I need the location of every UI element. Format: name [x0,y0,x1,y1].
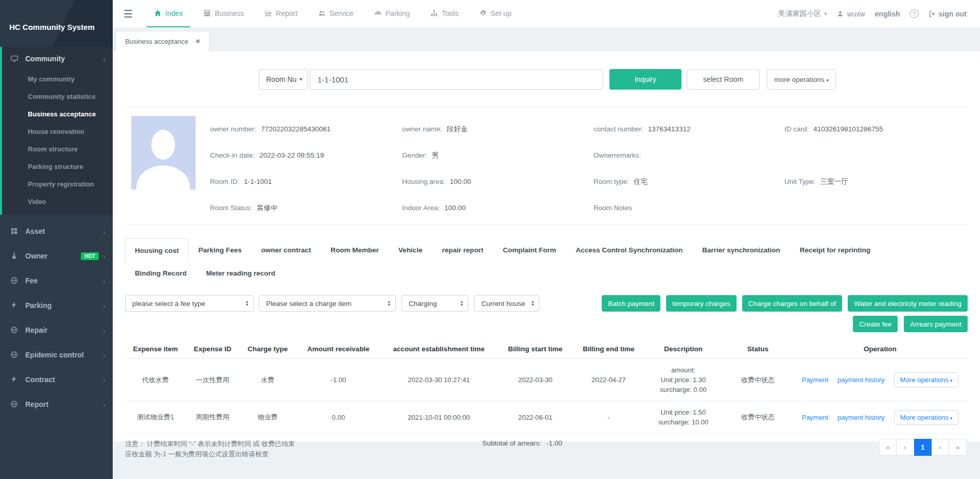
tab-access-control-sync[interactable]: Access Control Synchronization [566,238,692,262]
help-icon[interactable]: ? [910,9,919,18]
sign-out-button[interactable]: sign out [929,10,967,18]
col-status: Status [723,340,793,359]
chevron-right-icon: › [103,326,106,335]
sidebar-item-contract[interactable]: Contract › [0,367,113,392]
tab-binding-record[interactable]: Binding Record [125,263,197,284]
cell-description: Unit price: 1.50 surcharge: 10.00 [643,401,723,434]
sidebar-item-parking[interactable]: Parking › [0,293,113,318]
room-number-input[interactable] [310,69,603,90]
sidebar-item-my-community[interactable]: My community [2,71,113,88]
menu-toggle-icon[interactable]: ☰ [113,0,144,27]
tab-receipt-reprinting[interactable]: Receipt for reprinting [790,238,880,262]
sidebar-item-property-registration[interactable]: Property registration [2,176,113,193]
sidebar-item-asset[interactable]: Asset › [0,219,113,244]
tab-housing-cost[interactable]: Housing cost [125,238,189,262]
pagination-next-button[interactable]: › [932,439,949,456]
sidebar-item-parking-structure[interactable]: Parking structure [2,158,113,176]
sidebar-item-report[interactable]: Report › [0,392,113,417]
field-value: 13763413312 [648,125,691,133]
cell-expense-item: 测试物业费1 [125,401,186,434]
sidebar-item-house-renovation[interactable]: House renovation [2,123,113,141]
tab-parking-fees[interactable]: Parking Fees [189,238,252,262]
nav-item-report[interactable]: Report [257,0,305,27]
tab-complaint-form[interactable]: Complaint Form [493,238,566,262]
col-description: Description [643,340,723,359]
tab-business-acceptance[interactable]: Business acceptance ✖ [116,31,209,52]
pagination-first-button[interactable]: « [879,439,897,456]
search-type-select[interactable]: Room Numb ▾ [259,69,308,90]
language-switch[interactable]: english [875,10,900,18]
sidebar-item-business-acceptance[interactable]: Business acceptance [2,106,113,123]
sidebar: HC Community System Community › My commu… [0,0,113,479]
sidebar-item-room-structure[interactable]: Room structure [2,141,113,158]
divider [125,224,968,225]
payment-history-link[interactable]: payment history [837,414,885,421]
field-label: Unit Type: [784,178,816,185]
tab-meter-reading-record[interactable]: Meter reading record [197,263,285,284]
close-icon[interactable]: ✖ [196,38,200,45]
nav-item-parking[interactable]: Parking [367,0,417,27]
sidebar-item-epidemic-control[interactable]: Epidemic control › [0,343,113,367]
select-room-button[interactable]: select Room [687,69,760,90]
col-charge-type: Charge type [239,340,296,359]
user-menu[interactable]: wuxw [837,10,865,18]
chevron-right-icon: › [103,277,106,285]
detail-tabs-row-1: Housing cost Parking Fees owner contract… [125,238,968,262]
table-header-row: Expense item Expense ID Charge type Amou… [125,340,968,359]
tab-room-member[interactable]: Room Member [321,238,389,262]
sidebar-group-community: Community › My community Community stati… [0,47,113,215]
sidebar-item-fee[interactable]: Fee › [0,268,113,293]
sidebar-item-owner[interactable]: Owner HOT › [0,244,113,268]
tab-repair-report[interactable]: repair report [432,238,493,262]
nav-item-tools[interactable]: Tools [423,0,466,27]
charge-on-behalf-button[interactable]: Charge charges on behalf of [742,295,842,312]
nav-item-label: Parking [386,9,410,18]
inquiry-button[interactable]: Inquiry [609,69,681,90]
calculator-icon [203,9,211,17]
arrears-payment-button[interactable]: Arrears payment [904,316,968,332]
batch-payment-button[interactable]: Batch payment [602,295,660,312]
home-icon [154,9,162,17]
caret-down-icon: ▾ [825,11,827,16]
cell-charge-type: 水费 [239,359,296,401]
row-more-operations-dropdown[interactable]: More operations▾ [894,372,958,387]
fee-filter-bar: please select a fee type ▴▾ Please selec… [125,295,968,312]
owner-fields-grid: owner number:772022032285430061 Check-in… [210,116,968,221]
community-selector[interactable]: 美满家园小区 ▾ [778,9,827,19]
sidebar-item-community-statistics[interactable]: Community statistics [2,88,113,106]
temporary-charges-button[interactable]: temporary charges [666,295,737,312]
caret-down-icon: ▾ [950,416,953,421]
pagination-page-1[interactable]: 1 [914,439,932,456]
charge-item-select[interactable]: Please select a charge item ▴▾ [259,295,396,312]
payment-link[interactable]: Payment [802,414,828,421]
sidebar-item-video[interactable]: Video [2,193,113,211]
pagination-last-button[interactable]: » [949,439,967,456]
arrears-subtotal-label: Subtotal of arrears: [482,439,541,447]
arrears-subtotal-value: -1.00 [547,439,563,447]
payment-link[interactable]: Payment [802,376,828,384]
pagination-prev-button[interactable]: ‹ [897,439,914,456]
field-label: Room ID: [210,178,239,185]
nav-item-business[interactable]: Business [196,0,251,27]
tab-vehicle[interactable]: Vehicle [389,238,432,262]
tab-owner-contract[interactable]: owner contract [252,238,321,262]
fee-type-select[interactable]: please select a fee type ▴▾ [125,295,254,312]
charging-select[interactable]: Charging ▴▾ [401,295,468,312]
row-more-operations-dropdown[interactable]: More operations▾ [894,410,958,425]
more-operations-dropdown[interactable]: more operations▾ [767,69,836,90]
sidebar-item-community[interactable]: Community › [2,47,113,71]
cell-expense-id: 周期性费用 [186,401,239,434]
nav-item-service[interactable]: Service [311,0,361,27]
owner-avatar [131,116,196,190]
sidebar-item-repair[interactable]: Repair › [0,318,113,343]
nav-item-setup[interactable]: Set up [472,0,518,27]
create-fee-button[interactable]: Create fee [853,316,898,332]
meter-reading-button[interactable]: Water and electricity meter reading [848,295,968,312]
payment-history-link[interactable]: payment history [837,376,885,384]
tab-barrier-sync[interactable]: Barrier synchronization [692,238,790,262]
open-tabs-strip: Business acceptance ✖ [113,27,980,52]
current-house-select[interactable]: Current house ▴▾ [474,295,539,312]
cell-expense-id: 一次性费用 [186,359,239,401]
nav-item-index[interactable]: Index [147,0,190,27]
field-value: 1-1-1001 [244,178,272,185]
